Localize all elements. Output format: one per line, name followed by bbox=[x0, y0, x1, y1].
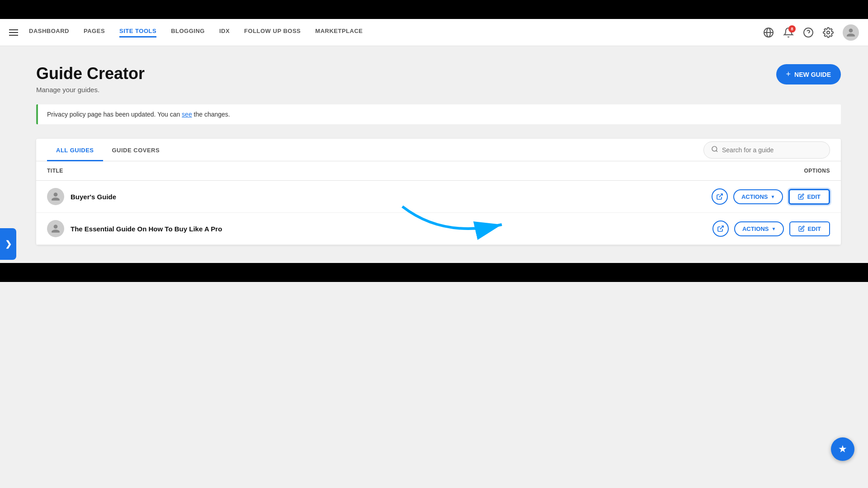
nav-item-follow-up-boss[interactable]: FOLLOW UP BOSS bbox=[244, 28, 301, 38]
guides-section-wrapper: ALL GUIDES GUIDE COVERS bbox=[36, 139, 841, 245]
edit-button[interactable]: EDIT bbox=[789, 221, 830, 236]
guide-avatar bbox=[47, 188, 64, 205]
tab-all-guides[interactable]: ALL GUIDES bbox=[47, 139, 103, 161]
guide-options-cell: ACTIONS ▼ EDIT bbox=[506, 213, 841, 245]
edit-button[interactable]: EDIT bbox=[788, 189, 830, 205]
settings-icon[interactable] bbox=[823, 27, 834, 38]
col-title: TITLE bbox=[36, 161, 506, 181]
tab-guide-covers[interactable]: GUIDE COVERS bbox=[103, 139, 169, 161]
privacy-notice-bar: Privacy policy page has been updated. Yo… bbox=[36, 104, 841, 124]
notice-text-after: the changes. bbox=[192, 111, 230, 118]
globe-icon[interactable] bbox=[763, 27, 774, 38]
search-icon bbox=[711, 145, 718, 155]
options-cell: ACTIONS ▼ EDIT bbox=[517, 188, 830, 205]
page-header: Guide Creator Manage your guides. + NEW … bbox=[36, 64, 841, 94]
guide-title-cell: Buyer's Guide bbox=[36, 181, 506, 213]
page-title: Guide Creator bbox=[36, 64, 145, 83]
guide-row-title: The Essential Guide On How To Buy Like A… bbox=[47, 220, 495, 237]
guides-section: ALL GUIDES GUIDE COVERS bbox=[36, 139, 841, 245]
navbar: DASHBOARD PAGES SITE TOOLS BLOGGING IDX … bbox=[0, 19, 868, 46]
nav-item-blogging[interactable]: BLOGGING bbox=[171, 28, 205, 38]
guide-title-cell: The Essential Guide On How To Buy Like A… bbox=[36, 213, 506, 245]
notice-see-link[interactable]: see bbox=[182, 111, 192, 118]
top-black-bar bbox=[0, 0, 868, 19]
guide-name: Buyer's Guide bbox=[71, 193, 116, 201]
notification-badge: 8 bbox=[788, 25, 796, 33]
actions-button[interactable]: ACTIONS ▼ bbox=[733, 189, 783, 204]
user-avatar[interactable] bbox=[843, 24, 859, 41]
search-input[interactable] bbox=[722, 146, 822, 154]
hamburger-menu[interactable] bbox=[9, 29, 18, 36]
table-header-row: TITLE OPTIONS bbox=[36, 161, 841, 181]
new-guide-label: NEW GUIDE bbox=[794, 71, 831, 78]
guide-name: The Essential Guide On How To Buy Like A… bbox=[71, 225, 222, 233]
guide-options-cell: ACTIONS ▼ EDIT bbox=[506, 181, 841, 213]
col-options: OPTIONS bbox=[506, 161, 841, 181]
guide-avatar bbox=[47, 220, 64, 237]
nav-item-dashboard[interactable]: DASHBOARD bbox=[29, 28, 69, 38]
notice-text-before: Privacy policy page has been updated. Yo… bbox=[47, 111, 182, 118]
bottom-black-bar bbox=[0, 263, 868, 282]
guide-row-title: Buyer's Guide bbox=[47, 188, 495, 205]
page-title-group: Guide Creator Manage your guides. bbox=[36, 64, 145, 94]
help-icon[interactable] bbox=[803, 27, 814, 38]
svg-point-6 bbox=[712, 146, 717, 151]
search-box bbox=[703, 141, 830, 159]
page-subtitle: Manage your guides. bbox=[36, 86, 145, 94]
chevron-right-icon: ❯ bbox=[5, 239, 12, 249]
external-link-button[interactable] bbox=[712, 188, 728, 205]
options-cell: ACTIONS ▼ EDIT bbox=[517, 221, 830, 237]
page-content: Guide Creator Manage your guides. + NEW … bbox=[0, 46, 868, 263]
svg-point-5 bbox=[827, 31, 830, 34]
svg-line-7 bbox=[716, 150, 717, 152]
chevron-down-icon: ▼ bbox=[770, 194, 775, 199]
table-row: Buyer's Guide ACTIONS ▼ bbox=[36, 181, 841, 213]
new-guide-button[interactable]: + NEW GUIDE bbox=[776, 64, 841, 84]
notifications-icon[interactable]: 8 bbox=[783, 27, 794, 38]
nav-items: DASHBOARD PAGES SITE TOOLS BLOGGING IDX … bbox=[29, 28, 763, 38]
chevron-down-icon: ▼ bbox=[771, 226, 776, 231]
svg-line-8 bbox=[719, 194, 722, 197]
nav-item-pages[interactable]: PAGES bbox=[84, 28, 105, 38]
nav-right: 8 bbox=[763, 24, 859, 41]
nav-item-marketplace[interactable]: MARKETPLACE bbox=[315, 28, 363, 38]
nav-item-site-tools[interactable]: SITE TOOLS bbox=[119, 28, 156, 38]
nav-item-idx[interactable]: IDX bbox=[219, 28, 230, 38]
tabs-group: ALL GUIDES GUIDE COVERS bbox=[47, 139, 169, 161]
actions-button[interactable]: ACTIONS ▼ bbox=[734, 221, 784, 236]
guides-table: TITLE OPTIONS Buyer's Guide bbox=[36, 161, 841, 245]
svg-line-9 bbox=[720, 226, 723, 229]
table-row: The Essential Guide On How To Buy Like A… bbox=[36, 213, 841, 245]
tabs-search-row: ALL GUIDES GUIDE COVERS bbox=[36, 139, 841, 161]
external-link-button[interactable] bbox=[712, 221, 729, 237]
plus-icon: + bbox=[786, 70, 791, 79]
side-panel-tab[interactable]: ❯ bbox=[0, 228, 16, 260]
